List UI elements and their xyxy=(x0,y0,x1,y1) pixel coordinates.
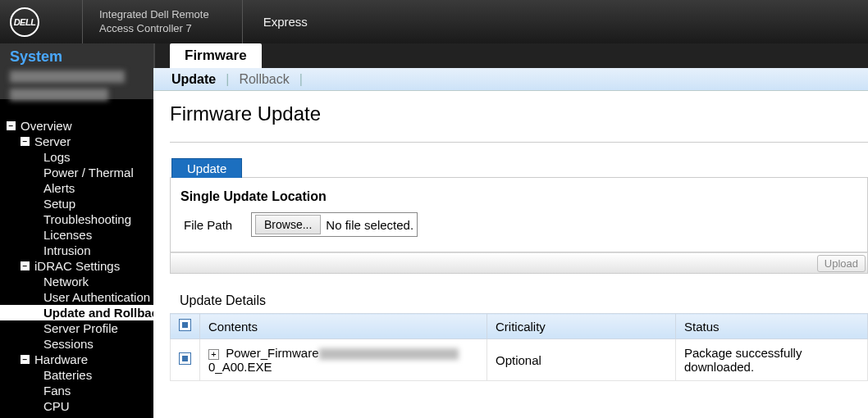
nav-tree: −Overview−ServerLogsPower / ThermalAlert… xyxy=(0,110,153,414)
browse-button[interactable]: Browse... xyxy=(255,215,321,234)
filename-suffix: 0_A00.EXE xyxy=(208,360,272,374)
page-title: Firmware Update xyxy=(170,102,868,125)
file-input-widget[interactable]: Browse... No file selected. xyxy=(251,212,418,237)
main-content: Firmware Update | Rollback | Firmware Up… xyxy=(153,43,868,418)
product-title-line1: Integrated Dell Remote xyxy=(99,8,209,21)
panel-title: Single Update Location xyxy=(180,189,852,204)
nav-item-troubleshooting[interactable]: Troubleshooting xyxy=(0,211,153,227)
nav-item-update-and-rollback[interactable]: Update and Rollback xyxy=(0,305,153,320)
section-tab-update[interactable]: Update xyxy=(171,158,242,178)
nav-item-logs[interactable]: Logs xyxy=(0,149,153,165)
subtab-divider: | xyxy=(299,72,303,87)
cell-criticality: Optional xyxy=(487,339,676,381)
nav-item-network[interactable]: Network xyxy=(0,274,153,289)
header-divider xyxy=(82,0,83,43)
nav-item-fans[interactable]: Fans xyxy=(0,383,153,398)
nav-item-server-profile[interactable]: Server Profile xyxy=(0,320,153,336)
col-header-criticality: Criticality xyxy=(487,314,676,339)
select-all-checkbox[interactable] xyxy=(179,319,191,331)
dell-logo-icon: DELL xyxy=(10,7,39,37)
nav-label: Logs xyxy=(43,150,153,164)
brand-logo: DELL xyxy=(0,7,49,37)
nav-label: Sessions xyxy=(43,337,153,351)
nav-item-licenses[interactable]: Licenses xyxy=(0,227,153,243)
nav-label: Network xyxy=(43,275,153,289)
nav-item-idrac-settings[interactable]: −iDRAC Settings xyxy=(0,258,153,274)
nav-item-server[interactable]: −Server xyxy=(0,134,153,149)
col-header-status: Status xyxy=(676,314,868,339)
nav-label: Server xyxy=(34,134,153,148)
primary-tab-row: Firmware xyxy=(153,43,868,68)
col-header-select[interactable] xyxy=(171,314,200,339)
file-path-label: File Path xyxy=(180,218,251,232)
table-row: + Power_Firmware 0_A00.EXE Optional Pack… xyxy=(171,339,868,381)
collapse-icon[interactable]: − xyxy=(21,137,30,146)
nav-label: Hardware xyxy=(34,352,153,366)
product-title: Integrated Dell Remote Access Controller… xyxy=(99,0,243,43)
nav-item-intrusion[interactable]: Intrusion xyxy=(0,243,153,258)
nav-label: Batteries xyxy=(43,368,153,382)
edition-label: Express xyxy=(243,15,308,29)
collapse-icon[interactable]: − xyxy=(21,261,30,270)
nav-label: User Authentication xyxy=(43,290,153,304)
subtab-update[interactable]: Update xyxy=(171,72,216,87)
update-details-table: Contents Criticality Status + Power_Firm… xyxy=(170,313,868,381)
nav-label: Intrusion xyxy=(43,243,153,257)
nav-label: Alerts xyxy=(43,181,153,195)
nav-item-overview[interactable]: −Overview xyxy=(0,118,153,134)
upload-panel: Single Update Location File Path Browse.… xyxy=(170,177,868,252)
cell-contents: + Power_Firmware 0_A00.EXE xyxy=(200,339,487,381)
nav-label: CPU xyxy=(43,399,153,413)
details-heading: Update Details xyxy=(180,293,868,308)
cell-status: Package successfully downloaded. xyxy=(676,339,868,381)
subtab-divider: | xyxy=(226,72,229,87)
collapse-icon[interactable]: − xyxy=(7,121,16,130)
row-checkbox[interactable] xyxy=(179,352,191,365)
nav-label: Fans xyxy=(43,384,153,398)
nav-label: Power / Thermal xyxy=(43,166,153,179)
sidebar-header: System xyxy=(0,43,153,69)
nav-item-cpu[interactable]: CPU xyxy=(0,398,153,414)
nav-label: Server Profile xyxy=(43,321,153,335)
divider xyxy=(170,142,868,143)
file-status-text: No file selected. xyxy=(326,218,413,232)
collapse-icon[interactable]: − xyxy=(21,355,30,364)
nav-item-batteries[interactable]: Batteries xyxy=(0,367,153,383)
filename-prefix: Power_Firmware xyxy=(226,346,318,360)
nav-item-hardware[interactable]: −Hardware xyxy=(0,352,153,367)
sidebar-title: System xyxy=(10,48,153,66)
nav-label: iDRAC Settings xyxy=(34,259,153,273)
upload-button[interactable]: Upload xyxy=(817,255,866,272)
sidebar-subtitle xyxy=(0,69,153,110)
expand-icon[interactable]: + xyxy=(208,349,219,360)
nav-item-alerts[interactable]: Alerts xyxy=(0,180,153,196)
col-header-contents: Contents xyxy=(200,314,487,339)
nav-label: Setup xyxy=(43,197,153,211)
nav-item-user-authentication[interactable]: User Authentication xyxy=(0,289,153,305)
filename-redacted xyxy=(319,348,459,360)
nav-item-setup[interactable]: Setup xyxy=(0,196,153,211)
nav-item-sessions[interactable]: Sessions xyxy=(0,336,153,352)
nav-item-power-thermal[interactable]: Power / Thermal xyxy=(0,165,153,180)
subtab-rollback[interactable]: Rollback xyxy=(239,72,289,87)
tab-firmware[interactable]: Firmware xyxy=(170,43,262,68)
nav-label: Licenses xyxy=(43,228,153,242)
secondary-tab-row: Update | Rollback | xyxy=(153,68,868,91)
nav-label: Overview xyxy=(21,119,153,133)
panel-footer: Upload xyxy=(170,252,868,274)
product-title-line2: Access Controller 7 xyxy=(99,22,209,35)
sidebar: System −Overview−ServerLogsPower / Therm… xyxy=(0,43,153,418)
top-header: DELL Integrated Dell Remote Access Contr… xyxy=(0,0,868,43)
nav-label: Update and Rollback xyxy=(43,306,153,320)
nav-label: Troubleshooting xyxy=(43,212,153,226)
